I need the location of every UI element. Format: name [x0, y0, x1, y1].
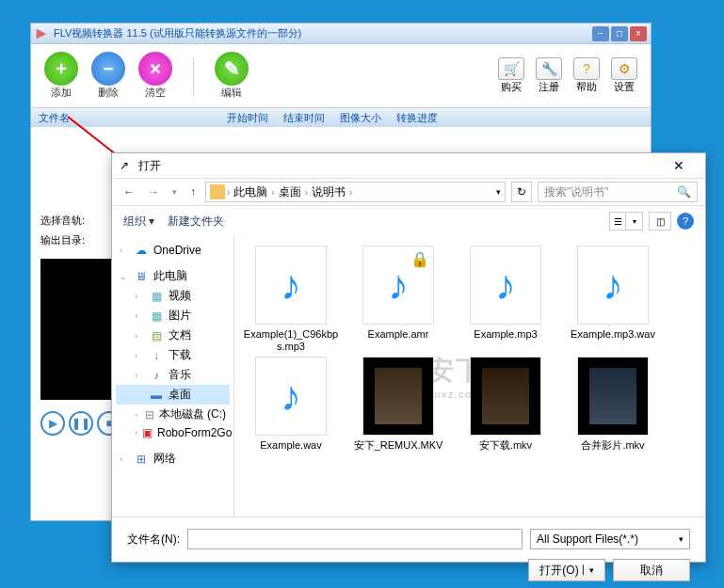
- settings-label: 设置: [614, 80, 635, 94]
- preview-pane-button[interactable]: ◫: [649, 212, 671, 230]
- tree-cdrive[interactable]: ›⊟本地磁盘 (C:): [116, 405, 230, 424]
- back-button[interactable]: ←: [120, 183, 138, 200]
- buy-button[interactable]: 🛒购买: [494, 57, 528, 94]
- file-item[interactable]: ♪Example(1)_C96kbps.mp3: [242, 246, 340, 353]
- edit-button[interactable]: ✎ 编辑: [211, 52, 252, 100]
- video-thumbnail: [577, 357, 649, 436]
- file-open-dialog: ↗ 打开 ✕ ← → ▾ ↑ › 此电脑 › 桌面 › 说明书 › ▾ ↻ 搜索…: [111, 152, 706, 563]
- breadcrumb[interactable]: › 此电脑 › 桌面 › 说明书 › ▾: [205, 182, 506, 202]
- tree-desktop[interactable]: ▬桌面: [116, 385, 230, 405]
- new-folder-button[interactable]: 新建文件夹: [168, 214, 224, 230]
- file-item[interactable]: 安下_REMUX.MKV: [349, 357, 447, 452]
- dialog-close-button[interactable]: ✕: [660, 158, 698, 173]
- dialog-nav: ← → ▾ ↑ › 此电脑 › 桌面 › 说明书 › ▾ ↻ 搜索"说明书" 🔍: [112, 178, 705, 206]
- view-mode-button[interactable]: ☰▾: [609, 212, 643, 230]
- nav-dropdown[interactable]: ▾: [169, 185, 181, 199]
- delete-button[interactable]: − 删除: [88, 52, 129, 100]
- file-label: 安下_REMUX.MKV: [354, 439, 443, 452]
- lock-icon: 🔒: [410, 250, 429, 268]
- file-item[interactable]: 安下载.mkv: [457, 357, 555, 452]
- music-icon: ♪: [281, 373, 301, 420]
- tree-network[interactable]: ›⊞网络: [116, 449, 230, 469]
- tree-video[interactable]: ›▦视频: [116, 286, 230, 306]
- organize-menu[interactable]: 组织 ▾: [123, 214, 154, 230]
- play-button[interactable]: ▶: [40, 411, 65, 436]
- forward-button[interactable]: →: [144, 183, 163, 200]
- help-button[interactable]: ?帮助: [570, 57, 603, 94]
- app-title: FLV视频转换器 11.5 (试用版只能转换源文件的一部分): [54, 26, 592, 40]
- file-label: Example.wav: [260, 439, 321, 452]
- tree-thispc[interactable]: ⌄🖥此电脑: [116, 266, 230, 286]
- file-item[interactable]: ♪🔒Example.amr: [349, 246, 447, 353]
- delete-label: 删除: [98, 86, 119, 100]
- dialog-toolbar: 组织 ▾ 新建文件夹 ☰▾ ◫ ?: [112, 206, 705, 236]
- dialog-titlebar: ↗ 打开 ✕: [112, 153, 705, 178]
- add-button[interactable]: + 添加: [40, 52, 82, 100]
- dialog-bottom: 文件名(N): All Support Files(*.*)▾ 打开(O)▏▾ …: [112, 516, 705, 588]
- breadcrumb-item[interactable]: 桌面: [277, 184, 303, 200]
- tree-downloads[interactable]: ›↓下载: [116, 345, 230, 365]
- tree-roboform[interactable]: ›▣RoboForm2Go: [116, 424, 230, 441]
- register-label: 注册: [539, 80, 559, 94]
- dialog-icon: ↗: [120, 159, 133, 172]
- file-item[interactable]: ♪Example.wav: [242, 357, 340, 452]
- file-label: 合并影片.mkv: [581, 439, 644, 452]
- filename-input[interactable]: [187, 529, 523, 549]
- breadcrumb-item[interactable]: 说明书: [310, 184, 347, 200]
- clear-button[interactable]: × 清空: [135, 52, 176, 100]
- folder-tree[interactable]: ›☁OneDrive ⌄🖥此电脑 ›▦视频 ›▦图片 ›▤文档 ›↓下载 ›♪音…: [112, 236, 234, 516]
- file-label: Example.mp3.wav: [571, 328, 655, 341]
- col-progress[interactable]: 转换进度: [396, 111, 453, 125]
- tree-pictures[interactable]: ›▦图片: [116, 306, 230, 326]
- file-grid[interactable]: 安下载anxz.com ♪Example(1)_C96kbps.mp3 ♪🔒Ex…: [234, 236, 705, 516]
- cancel-button[interactable]: 取消: [613, 559, 690, 581]
- file-item[interactable]: ♪Example.mp3.wav: [564, 246, 662, 353]
- audio-track-label: 选择音轨:: [40, 214, 85, 228]
- col-end[interactable]: 结束时间: [283, 111, 340, 125]
- tree-music[interactable]: ›♪音乐: [116, 365, 230, 385]
- close-button[interactable]: ×: [630, 26, 647, 41]
- svg-marker-0: [37, 28, 47, 39]
- breadcrumb-dropdown[interactable]: ▾: [496, 187, 501, 197]
- open-button[interactable]: 打开(O)▏▾: [528, 559, 605, 581]
- file-filter-combo[interactable]: All Support Files(*.*)▾: [530, 529, 690, 549]
- dialog-title: 打开: [138, 158, 660, 174]
- plus-icon: +: [56, 58, 67, 80]
- register-button[interactable]: 🔧注册: [532, 57, 566, 94]
- pause-button[interactable]: ❚❚: [69, 411, 93, 436]
- app-icon: [35, 27, 48, 40]
- filename-label: 文件名(N):: [127, 532, 180, 548]
- folder-icon: [210, 184, 225, 199]
- search-input[interactable]: 搜索"说明书" 🔍: [538, 182, 698, 202]
- video-thumbnail: [362, 357, 434, 436]
- output-dir-label: 输出目录:: [40, 233, 85, 247]
- search-icon: 🔍: [677, 185, 691, 199]
- settings-button[interactable]: ⚙设置: [607, 57, 641, 94]
- breadcrumb-item[interactable]: 此电脑: [232, 184, 269, 200]
- search-placeholder: 搜索"说明书": [544, 184, 609, 200]
- minimize-button[interactable]: −: [592, 26, 609, 41]
- refresh-button[interactable]: ↻: [511, 182, 532, 202]
- maximize-button[interactable]: □: [611, 26, 628, 41]
- file-label: Example.amr: [368, 328, 429, 341]
- main-titlebar: FLV视频转换器 11.5 (试用版只能转换源文件的一部分) − □ ×: [31, 24, 651, 44]
- dialog-help-button[interactable]: ?: [677, 213, 694, 230]
- add-label: 添加: [51, 86, 72, 100]
- music-icon: ♪: [495, 262, 516, 309]
- col-filename[interactable]: 文件名: [39, 111, 227, 125]
- music-icon: ♪: [388, 262, 409, 309]
- file-item[interactable]: 合并影片.mkv: [564, 357, 662, 452]
- file-label: Example(1)_C96kbps.mp3: [242, 328, 340, 353]
- x-icon: ×: [150, 58, 161, 80]
- help-label: 帮助: [576, 80, 597, 94]
- file-label: 安下载.mkv: [479, 439, 532, 452]
- col-size[interactable]: 图像大小: [340, 111, 396, 125]
- up-button[interactable]: ↑: [186, 183, 200, 200]
- video-thumbnail: [470, 357, 541, 436]
- tree-onedrive[interactable]: ›☁OneDrive: [116, 242, 230, 259]
- file-item[interactable]: ♪Example.mp3: [457, 246, 555, 353]
- file-label: Example.mp3: [474, 328, 537, 341]
- tree-documents[interactable]: ›▤文档: [116, 326, 230, 345]
- col-start[interactable]: 开始时间: [227, 111, 283, 125]
- edit-label: 编辑: [221, 86, 242, 100]
